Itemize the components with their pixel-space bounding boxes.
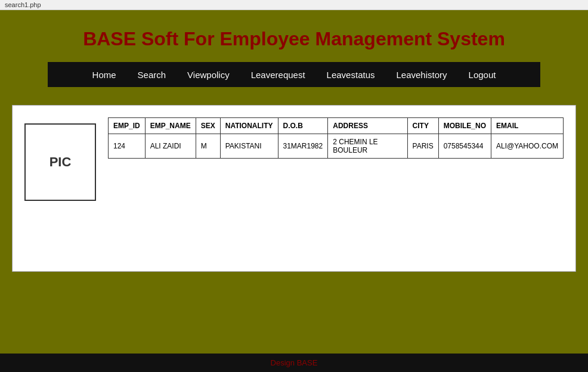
employee-table: EMP_ID EMP_NAME SEX NATIONALITY D.O.B AD… — [108, 117, 564, 159]
pic-box: PIC — [24, 123, 96, 201]
col-city: CITY — [407, 118, 438, 134]
nav-leaverequest[interactable]: Leaverequest — [240, 64, 316, 86]
table-cell-2: M — [196, 134, 220, 159]
col-dob: D.O.B — [278, 118, 328, 134]
nav-leavehistory[interactable]: Leavehistory — [385, 64, 457, 86]
title-bar: BASE Soft For Employee Management System — [0, 10, 588, 62]
table-cell-8: ALI@YAHOO.COM — [491, 134, 564, 159]
table-cell-0: 124 — [109, 134, 146, 159]
table-cell-5: 2 CHEMIN LE BOULEUR — [328, 134, 407, 159]
col-address: ADDRESS — [328, 118, 407, 134]
table-row: 124ALI ZAIDIMPAKISTANI31MAR19822 CHEMIN … — [109, 134, 564, 159]
footer-text: Design BASE — [271, 358, 318, 367]
col-emp-id: EMP_ID — [109, 118, 146, 134]
browser-tab: search1.php — [0, 0, 588, 10]
col-nationality: NATIONALITY — [220, 118, 278, 134]
nav-logout[interactable]: Logout — [458, 64, 507, 86]
footer: Design BASE — [0, 354, 588, 372]
page-title: BASE Soft For Employee Management System — [0, 28, 588, 50]
nav-viewpolicy[interactable]: Viewpolicy — [177, 64, 240, 86]
nav-search[interactable]: Search — [127, 64, 177, 86]
nav-home[interactable]: Home — [82, 64, 127, 86]
col-mobile: MOBILE_NO — [438, 118, 491, 134]
table-area: EMP_ID EMP_NAME SEX NATIONALITY D.O.B AD… — [108, 117, 564, 159]
content-area: PIC EMP_ID EMP_NAME SEX NATIONALITY D.O.… — [12, 105, 576, 272]
table-header-row: EMP_ID EMP_NAME SEX NATIONALITY D.O.B AD… — [109, 118, 564, 134]
table-cell-7: 0758545344 — [438, 134, 491, 159]
table-cell-6: PARIS — [407, 134, 438, 159]
col-email: EMAIL — [491, 118, 564, 134]
nav-bar: Home Search Viewpolicy Leaverequest Leav… — [48, 62, 540, 87]
table-cell-3: PAKISTANI — [220, 134, 278, 159]
table-cell-1: ALI ZAIDI — [145, 134, 196, 159]
pic-label: PIC — [49, 154, 72, 170]
nav-leavestatus[interactable]: Leavestatus — [316, 64, 386, 86]
table-cell-4: 31MAR1982 — [278, 134, 328, 159]
col-sex: SEX — [196, 118, 220, 134]
col-emp-name: EMP_NAME — [145, 118, 196, 134]
